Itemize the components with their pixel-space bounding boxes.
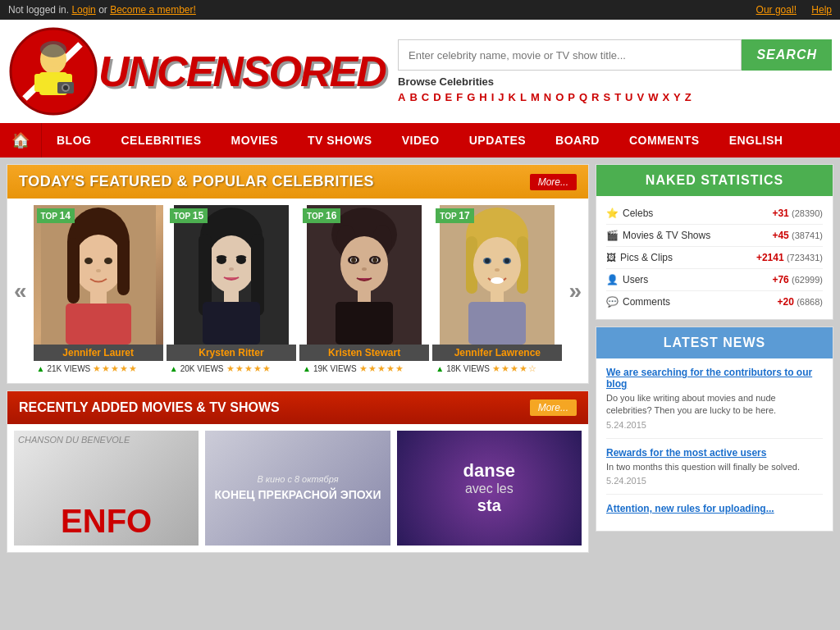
alpha-link-E[interactable]: E	[445, 91, 453, 103]
featured-section: TODAY'S FEATURED & POPULAR CELEBRITIES M…	[7, 164, 589, 384]
not-logged-text: Not logged in.	[8, 4, 69, 16]
rank-badge-4: TOP 17	[436, 208, 473, 223]
news-title-3[interactable]: Attention, new rules for uploading...	[606, 503, 823, 514]
svg-rect-31	[203, 302, 260, 345]
celebs-icon: ⭐	[606, 208, 619, 219]
alpha-link-H[interactable]: H	[479, 91, 486, 103]
celebrity-card-3[interactable]: TOP 16	[299, 205, 429, 377]
movie-card-2[interactable]: В кино с 8 октября КОНЕЦ ПРЕКРАСНОЙ ЭПОХ…	[205, 431, 390, 546]
celeb-name-3: Kristen Stewart	[299, 345, 429, 361]
svg-point-53	[485, 258, 490, 263]
celebrities-carousel: « TOP 14	[7, 199, 588, 383]
celebrity-card-4[interactable]: TOP 17	[432, 205, 562, 377]
nav-comments[interactable]: COMMENTS	[614, 123, 714, 158]
main-content: TODAY'S FEATURED & POPULAR CELEBRITIES M…	[0, 158, 840, 559]
svg-rect-58	[468, 302, 526, 345]
pics-value: +2141	[756, 252, 784, 263]
alpha-link-L[interactable]: L	[520, 91, 527, 103]
celeb-grid: TOP 14	[34, 205, 563, 377]
stats-section: NAKED STATISTICS ⭐ Celebs +31 (28390) 🎬	[596, 164, 833, 320]
alpha-link-X[interactable]: X	[662, 91, 669, 103]
news-title-2[interactable]: Rewards for the most active users	[606, 447, 823, 459]
alpha-link-Q[interactable]: Q	[579, 91, 587, 103]
alpha-link-A[interactable]: A	[398, 91, 405, 103]
alpha-link-B[interactable]: B	[409, 91, 417, 103]
featured-more-button[interactable]: More...	[530, 174, 577, 190]
alpha-link-D[interactable]: D	[433, 91, 441, 103]
nav-movies[interactable]: MOVIES	[217, 123, 293, 158]
news-list: We are searching for the contributors to…	[596, 358, 833, 531]
help-link[interactable]: Help	[811, 4, 832, 16]
nav-celebrities[interactable]: CELEBRITIES	[106, 123, 216, 158]
featured-header: TODAY'S FEATURED & POPULAR CELEBRITIES M…	[7, 165, 588, 199]
right-column: NAKED STATISTICS ⭐ Celebs +31 (28390) 🎬	[596, 164, 833, 553]
alpha-link-K[interactable]: K	[509, 91, 516, 103]
alpha-link-U[interactable]: U	[625, 91, 632, 103]
alpha-link-O[interactable]: O	[555, 91, 564, 103]
svg-point-14	[74, 235, 123, 294]
celeb-name-4: Jennifer Lawrence	[432, 345, 562, 361]
svg-point-36	[340, 236, 388, 292]
alpha-link-Z[interactable]: Z	[685, 91, 692, 103]
alpha-link-V[interactable]: V	[637, 91, 644, 103]
nav-blog[interactable]: BLOG	[42, 123, 106, 158]
svg-point-41	[351, 258, 356, 262]
alpha-link-Y[interactable]: Y	[673, 91, 681, 103]
comments-total: (6868)	[797, 297, 823, 307]
alpha-link-C[interactable]: C	[422, 91, 429, 103]
celebs-value: +31	[772, 208, 788, 219]
svg-point-19	[96, 269, 101, 272]
movies-more-button[interactable]: More...	[530, 399, 577, 416]
news-item-3: Attention, new rules for uploading...	[606, 503, 823, 523]
nav-home-button[interactable]: 🏠	[0, 123, 42, 158]
svg-point-43	[362, 267, 367, 271]
nav-updates[interactable]: UPDATES	[454, 123, 541, 158]
alpha-link-T[interactable]: T	[614, 91, 621, 103]
alpha-link-W[interactable]: W	[648, 91, 658, 103]
svg-rect-45	[336, 302, 393, 345]
become-member-link[interactable]: Become a member!	[110, 4, 196, 16]
news-item-1: We are searching for the contributors to…	[606, 367, 823, 439]
movies-total: (38741)	[792, 231, 823, 240]
svg-point-42	[372, 258, 377, 262]
stat-row-users: 👤 Users +76 (62999)	[606, 269, 823, 291]
rank-badge-1: TOP 14	[37, 208, 75, 223]
movie-card-3[interactable]: danse avec les sta	[397, 431, 582, 546]
svg-point-18	[104, 258, 112, 264]
nav-english[interactable]: ENGLISH	[714, 123, 798, 158]
news-title-1[interactable]: We are searching for the contributors to…	[606, 367, 823, 390]
news-item-2: Rewards for the most active users In two…	[606, 447, 823, 495]
search-button[interactable]: SEARCH	[742, 39, 832, 71]
celebrity-card-1[interactable]: TOP 14	[34, 205, 163, 377]
our-goal-link[interactable]: Our goal!	[756, 4, 797, 16]
nav-board[interactable]: BOARD	[541, 123, 614, 158]
alpha-link-I[interactable]: I	[491, 91, 495, 103]
alpha-link-R[interactable]: R	[591, 91, 599, 103]
comments-value: +20	[778, 296, 794, 308]
news-desc-1: Do you like writing about movies and nud…	[606, 392, 823, 418]
alpha-link-P[interactable]: P	[568, 91, 575, 103]
news-section: LATEST NEWS We are searching for the con…	[596, 326, 833, 532]
nav-video[interactable]: VIDEO	[387, 123, 454, 158]
movie-card-1[interactable]: CHANSON DU BENEVOLE ENFO	[14, 431, 199, 546]
alpha-link-J[interactable]: J	[498, 91, 504, 103]
movies-value: +45	[772, 230, 788, 241]
nav-tvshows[interactable]: TV SHOWS	[293, 123, 387, 158]
carousel-next-button[interactable]: »	[562, 278, 588, 304]
movies-section: RECENTLY ADDED MOVIES & TV SHOWS More...…	[7, 390, 589, 553]
alpha-link-M[interactable]: M	[531, 91, 540, 103]
login-link[interactable]: Login	[71, 4, 95, 16]
movies-grid: CHANSON DU BENEVOLE ENFO В кино с 8 октя…	[7, 424, 588, 552]
top-bar-left: Not logged in. Login or Become a member!	[8, 4, 196, 16]
svg-point-17	[84, 258, 93, 264]
celebrity-card-2[interactable]: TOP 15	[167, 205, 296, 377]
alpha-link-G[interactable]: G	[467, 91, 475, 103]
search-input[interactable]	[398, 39, 742, 71]
alpha-link-N[interactable]: N	[544, 91, 551, 103]
carousel-prev-button[interactable]: «	[7, 278, 34, 304]
celeb-name-2: Krysten Ritter	[167, 345, 296, 361]
alpha-link-F[interactable]: F	[456, 91, 463, 103]
celeb-stats-1: ▲ 21K VIEWS ★★★★★	[34, 361, 163, 377]
top-bar-right: Our goal! Help	[744, 4, 832, 16]
alpha-link-S[interactable]: S	[603, 91, 610, 103]
